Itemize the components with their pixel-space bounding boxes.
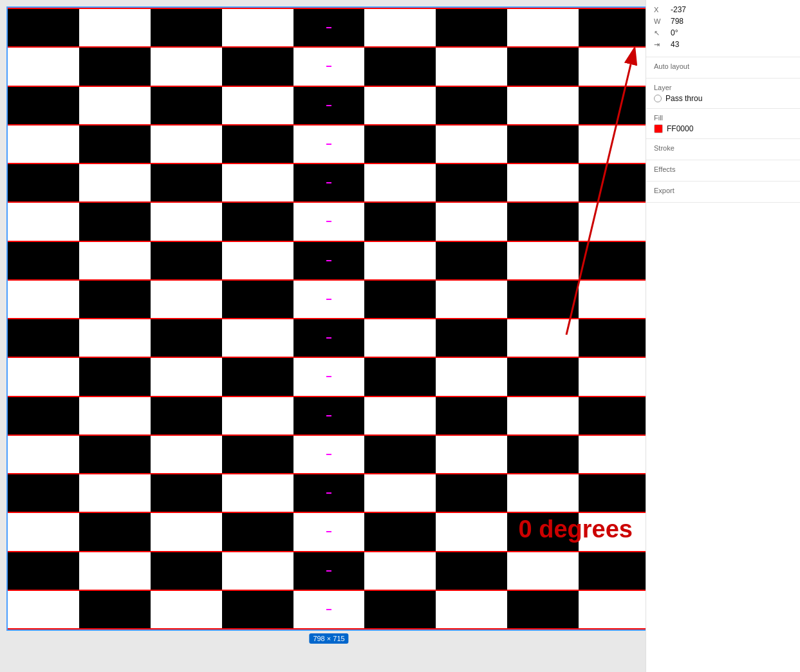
checker-cell: [579, 87, 646, 124]
checker-cell: [579, 203, 646, 240]
checker-cell: [507, 397, 579, 434]
fill-color-value[interactable]: FF0000: [667, 124, 693, 133]
checker-cell: [579, 126, 646, 163]
checker-cell: [507, 591, 579, 628]
checker-cell: [579, 474, 646, 512]
checker-cell: [507, 358, 579, 395]
checker-cell: [79, 242, 151, 279]
checker-row: [8, 357, 646, 396]
checker-cell: [79, 591, 151, 628]
checker-cell: [507, 164, 579, 201]
blend-mode-value[interactable]: Pass throu: [665, 94, 702, 103]
fill-color-swatch[interactable]: [654, 124, 663, 133]
row-indicator: [326, 27, 331, 28]
checker-cell: [507, 9, 579, 46]
checker-cell: [364, 358, 436, 395]
checker-row: [8, 8, 646, 47]
checker-cell: [8, 474, 79, 512]
checker-cell: [436, 591, 507, 628]
checker-row: [8, 397, 646, 435]
checker-cell: [79, 358, 151, 395]
checker-cell: [436, 87, 507, 124]
layer-section: Layer Pass throu: [646, 79, 800, 109]
checker-cell: [579, 281, 646, 318]
checker-cell: [151, 552, 222, 590]
checker-cell: [222, 436, 293, 473]
checker-cell: [79, 87, 151, 124]
checker-cell: [364, 203, 436, 240]
row-indicator: [326, 609, 331, 610]
row-indicator: [326, 454, 331, 455]
checker-cell: [151, 242, 222, 279]
row-indicator: [326, 337, 331, 339]
export-section: Export: [646, 182, 800, 203]
checker-cell: [8, 164, 79, 201]
checker-cell: [8, 319, 79, 357]
checker-cell: [151, 397, 222, 434]
checker-cell: [8, 203, 79, 240]
checker-cell: [364, 281, 436, 318]
effects-section: Effects: [646, 160, 800, 182]
checker-cell: [79, 281, 151, 318]
checker-cell: [364, 474, 436, 512]
checker-cell: [8, 436, 79, 473]
checker-cell: [507, 436, 579, 473]
export-header: Export: [654, 187, 792, 194]
checker-cell: [507, 203, 579, 240]
checker-cell: [8, 87, 79, 124]
stroke-header: Stroke: [654, 144, 792, 152]
x-label: X: [654, 6, 667, 14]
checker-cell: [364, 9, 436, 46]
checker-cell: [364, 126, 436, 163]
spacing-label: ⇥: [654, 41, 667, 49]
checker-cell: [151, 513, 222, 550]
auto-layout-section: Auto layout: [646, 57, 800, 79]
checker-cell: [151, 319, 222, 357]
checker-row: [8, 163, 646, 202]
checker-cell: [507, 48, 579, 85]
checker-row: [8, 474, 646, 512]
checker-cell: [222, 242, 293, 279]
checker-cell: [436, 474, 507, 512]
checker-cell: [222, 126, 293, 163]
w-property-row: W 798: [654, 17, 792, 26]
checker-cell: [222, 203, 293, 240]
row-indicator: [326, 144, 331, 145]
row-indicator: [326, 570, 331, 572]
checker-cell: [79, 552, 151, 590]
layer-header: Layer: [654, 84, 792, 91]
row-indicator: [326, 182, 331, 183]
checker-cell: [579, 48, 646, 85]
angle-label: ↖: [654, 29, 667, 37]
checker-cell: [151, 358, 222, 395]
checker-cell: [436, 48, 507, 85]
x-value[interactable]: -237: [671, 5, 686, 14]
checker-cell: [507, 281, 579, 318]
dimension-label: 798 × 715: [309, 633, 348, 644]
spacing-value[interactable]: 43: [671, 40, 679, 49]
checker-cell: [364, 242, 436, 279]
fill-header: Fill: [654, 114, 792, 122]
checker-cell: [222, 48, 293, 85]
checker-cell: [364, 48, 436, 85]
checker-cell: [151, 48, 222, 85]
checker-cell: [79, 436, 151, 473]
checker-cell: [507, 319, 579, 357]
checker-cell: [8, 281, 79, 318]
checker-cell: [151, 281, 222, 318]
checker-cell: [8, 48, 79, 85]
fill-section: Fill FF0000: [646, 109, 800, 139]
checker-cell: [436, 513, 507, 550]
effects-header: Effects: [654, 165, 792, 173]
checker-cell: [151, 164, 222, 201]
checker-cell: [507, 242, 579, 279]
checker-cell: [436, 436, 507, 473]
angle-value[interactable]: 0°: [671, 28, 678, 37]
w-value[interactable]: 798: [671, 17, 684, 26]
checker-cell: [507, 552, 579, 590]
checker-row: [8, 590, 646, 630]
checker-row: [8, 435, 646, 474]
checker-cell: [8, 552, 79, 590]
checker-cell: [79, 203, 151, 240]
checker-cell: [436, 281, 507, 318]
